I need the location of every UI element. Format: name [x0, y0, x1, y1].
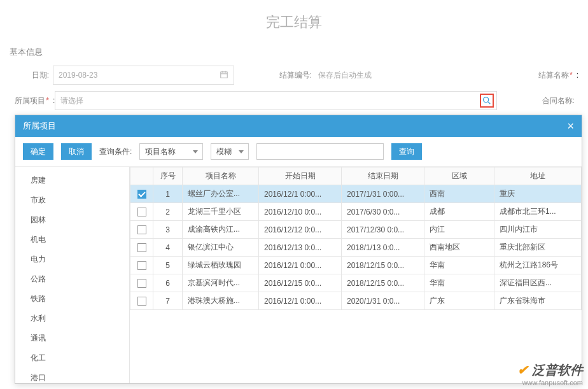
category-sidebar: 房建市政园林机电电力公路铁路水利通讯化工港口装饰	[15, 167, 130, 383]
modal-toolbar: 确定 取消 查询条件: 项目名称 模糊 查询	[15, 137, 582, 167]
sidebar-item[interactable]: 房建	[15, 171, 129, 190]
calendar-icon[interactable]	[220, 70, 228, 81]
date-input[interactable]: 2019-08-23	[53, 66, 234, 85]
cell-name: 京基滨河时代...	[183, 274, 259, 292]
sidebar-item[interactable]: 港口	[15, 368, 129, 383]
cell-region: 内江	[424, 221, 494, 239]
table-row[interactable]: 7港珠澳大桥施...2016/12/1 0:00...2020/1/31 0:0…	[130, 292, 582, 310]
label-project: 所属项目	[10, 95, 53, 106]
cell-region: 成都	[424, 203, 494, 221]
cell-end: 2018/12/15 0:0...	[342, 274, 424, 292]
table-row[interactable]: 3成渝高铁内江...2016/12/12 0:0...2017/12/30 0:…	[130, 221, 582, 239]
sidebar-item[interactable]: 化工	[15, 348, 129, 368]
project-search-button[interactable]	[480, 94, 494, 108]
cell-name: 绿城云栖玫瑰园	[183, 257, 259, 274]
cancel-button[interactable]: 取消	[61, 143, 92, 160]
cell-seq: 6	[153, 274, 183, 292]
cell-addr: 深证福田区西...	[494, 274, 582, 292]
project-table: 序号 项目名称 开始日期 结束日期 区域 地址 1螺丝厂办公室...2016/1…	[130, 167, 582, 383]
form-section: 基本信息 日期: 2019-08-23 结算编号: 保存后自动生成 结算名称 :…	[0, 41, 588, 110]
close-icon[interactable]: ×	[567, 120, 574, 133]
cell-addr: 重庆北部新区	[494, 239, 582, 257]
col-end: 结束日期	[342, 167, 424, 185]
cell-start: 2016/12/1 0:00...	[259, 185, 342, 203]
cell-start: 2016/12/1 0:00...	[259, 292, 342, 310]
sidebar-item[interactable]: 通讯	[15, 329, 129, 348]
page-title: 完工结算	[0, 0, 588, 41]
label-settlement-no: 结算编号:	[272, 70, 316, 81]
cell-addr: 四川内江市	[494, 221, 582, 239]
cell-addr: 广东省珠海市	[494, 292, 582, 310]
query-mode-select[interactable]: 模糊	[211, 143, 249, 160]
cell-start: 2016/12/15 0:0...	[259, 274, 342, 292]
table-row[interactable]: 2龙湖三千里小区2016/12/10 0:0...2017/6/30 0:0..…	[130, 203, 582, 221]
cell-addr: 成都市北三环1...	[494, 203, 582, 221]
col-checkbox	[130, 167, 153, 185]
cell-seq: 4	[153, 239, 183, 257]
sidebar-item[interactable]: 电力	[15, 250, 129, 269]
cell-end: 2017/6/30 0:0...	[342, 203, 424, 221]
cell-seq: 5	[153, 257, 183, 274]
cell-name: 银亿滨江中心	[183, 239, 259, 257]
cell-name: 成渝高铁内江...	[183, 221, 259, 239]
date-value: 2019-08-23	[59, 71, 97, 80]
svg-rect-0	[221, 71, 228, 77]
cell-addr: 重庆	[494, 185, 582, 203]
project-placeholder: 请选择	[60, 95, 83, 106]
project-input[interactable]: 请选择	[55, 91, 497, 110]
modal-title: 所属项目	[23, 120, 56, 132]
col-addr: 地址	[494, 167, 582, 185]
label-date: 日期:	[10, 70, 53, 81]
cell-region: 广东	[424, 292, 494, 310]
row-checkbox[interactable]	[137, 261, 146, 270]
table-row[interactable]: 4银亿滨江中心2016/12/13 0:0...2018/1/13 0:0...…	[130, 239, 582, 257]
ok-button[interactable]: 确定	[23, 143, 53, 160]
cell-region: 华南	[424, 274, 494, 292]
svg-line-5	[488, 102, 490, 104]
query-field-select[interactable]: 项目名称	[139, 143, 203, 160]
sidebar-item[interactable]: 机电	[15, 230, 129, 250]
modal-header: 所属项目 ×	[15, 115, 582, 137]
cell-seq: 3	[153, 221, 183, 239]
row-checkbox[interactable]	[137, 208, 146, 216]
cell-end: 2017/1/31 0:00...	[342, 185, 424, 203]
project-modal: 所属项目 × 确定 取消 查询条件: 项目名称 模糊 查询 房建市政园林机电电力…	[15, 115, 582, 384]
cell-name: 螺丝厂办公室...	[183, 185, 259, 203]
svg-point-4	[484, 97, 489, 103]
query-button[interactable]: 查询	[391, 143, 422, 160]
col-name: 项目名称	[183, 167, 259, 185]
sidebar-item[interactable]: 铁路	[15, 289, 129, 309]
cell-seq: 2	[153, 203, 183, 221]
row-checkbox[interactable]	[137, 243, 146, 252]
cell-start: 2016/12/10 0:0...	[259, 203, 342, 221]
cell-start: 2016/12/12 0:0...	[259, 221, 342, 239]
cell-region: 西南	[424, 185, 494, 203]
table-row[interactable]: 6京基滨河时代...2016/12/15 0:0...2018/12/15 0:…	[130, 274, 582, 292]
row-checkbox[interactable]	[137, 225, 146, 234]
settlement-no-placeholder: 保存后自动生成	[316, 70, 372, 81]
cell-end: 2020/1/31 0:0...	[342, 292, 424, 310]
table-header-row: 序号 项目名称 开始日期 结束日期 区域 地址	[130, 167, 582, 185]
cell-end: 2018/12/15 0:0...	[342, 257, 424, 274]
cell-end: 2018/1/13 0:0...	[342, 239, 424, 257]
cell-seq: 7	[153, 292, 183, 310]
table-row[interactable]: 5绿城云栖玫瑰园2016/12/1 0:00...2018/12/15 0:0.…	[130, 257, 582, 274]
row-checkbox[interactable]	[137, 190, 146, 199]
query-text-input[interactable]	[256, 143, 384, 160]
cell-region: 华南	[424, 257, 494, 274]
sidebar-item[interactable]: 水利	[15, 309, 129, 329]
row-checkbox[interactable]	[137, 279, 146, 288]
col-region: 区域	[424, 167, 494, 185]
sidebar-item[interactable]: 公路	[15, 269, 129, 289]
section-basic-info: 基本信息	[10, 41, 578, 66]
row-checkbox[interactable]	[137, 297, 146, 306]
label-settlement-name: 结算名称	[533, 70, 577, 81]
cell-start: 2016/12/13 0:0...	[259, 239, 342, 257]
table-row[interactable]: 1螺丝厂办公室...2016/12/1 0:00...2017/1/31 0:0…	[130, 185, 582, 203]
col-seq: 序号	[153, 167, 183, 185]
search-condition-label: 查询条件:	[99, 146, 132, 157]
sidebar-item[interactable]: 市政	[15, 190, 129, 210]
cell-start: 2016/12/1 0:00...	[259, 257, 342, 274]
sidebar-item[interactable]: 园林	[15, 210, 129, 230]
watermark: ✔ 泛普软件 www.fanpusoft.com	[517, 362, 583, 386]
